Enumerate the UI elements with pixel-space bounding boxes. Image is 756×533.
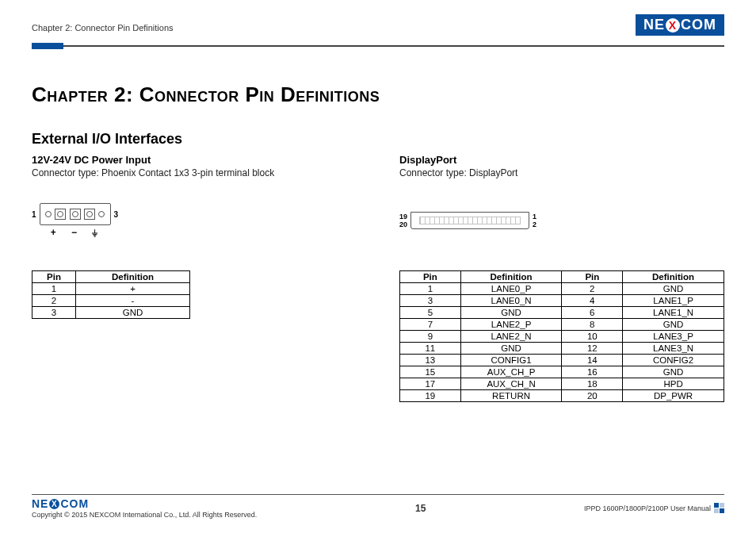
nexcom-logo: NE X COM xyxy=(636,14,724,36)
table-cell: GND xyxy=(460,307,562,319)
table-cell: 12 xyxy=(562,343,623,355)
power-pin-table: PinDefinition 1+2-3GND xyxy=(32,270,190,319)
table-cell: GND xyxy=(460,343,562,355)
table-cell: LANE2_P xyxy=(460,319,562,331)
header-rule xyxy=(32,45,724,49)
table-header: Definition xyxy=(623,271,724,283)
power-pin-1-label: 1 xyxy=(32,210,36,219)
table-cell: LANE3_P xyxy=(623,331,724,343)
table-row: 11GND12LANE3_N xyxy=(400,343,724,355)
table-header: Pin xyxy=(32,271,76,283)
table-cell: 3 xyxy=(32,307,76,319)
table-cell: GND xyxy=(76,307,190,319)
table-cell: RETURN xyxy=(460,390,562,402)
table-row: 1+ xyxy=(32,283,190,295)
table-cell: 8 xyxy=(562,319,623,331)
table-cell: 1 xyxy=(400,283,461,295)
table-cell: LANE0_N xyxy=(460,295,562,307)
table-row: 13CONFIG114CONFIG2 xyxy=(400,355,724,366)
chapter-title: Chapter 2: Connector Pin Definitions xyxy=(32,82,724,107)
table-cell: 3 xyxy=(400,295,461,307)
dp-pin-1-label: 1 xyxy=(533,213,536,220)
table-cell: 15 xyxy=(400,366,461,378)
table-cell: 2 xyxy=(32,295,76,307)
dp-pin-2-label: 2 xyxy=(533,220,536,228)
table-row: 17AUX_CH_N18HPD xyxy=(400,378,724,390)
dp-pin-table: PinDefinitionPinDefinition 1LANE0_P2GND3… xyxy=(399,270,724,402)
table-cell: - xyxy=(76,295,190,307)
dp-pin-20-label: 20 xyxy=(399,220,407,228)
table-header: Definition xyxy=(76,271,190,283)
power-connector-icon xyxy=(40,203,111,225)
table-cell: LANE1_P xyxy=(623,295,724,307)
table-header: Pin xyxy=(562,271,623,283)
table-cell: CONFIG1 xyxy=(460,355,562,366)
table-cell: 18 xyxy=(562,378,623,390)
table-cell: GND xyxy=(623,283,724,295)
power-input-section: 12V-24V DC Power Input Connector type: P… xyxy=(32,154,352,402)
table-row: 5GND6LANE1_N xyxy=(400,307,724,319)
table-cell: AUX_CH_N xyxy=(460,378,562,390)
table-cell: LANE0_P xyxy=(460,283,562,295)
dp-connector-icon xyxy=(410,212,529,229)
copyright-text: Copyright © 2015 NEXCOM International Co… xyxy=(32,511,257,519)
dp-title: DisplayPort xyxy=(399,154,724,166)
table-row: 2- xyxy=(32,295,190,307)
dp-connector-type: Connector type: DisplayPort xyxy=(399,167,724,178)
manual-name: IPPD 1600P/1800P/2100P User Manual xyxy=(584,504,711,512)
table-cell: GND xyxy=(623,366,724,378)
table-row: 9LANE2_N10LANE3_P xyxy=(400,331,724,343)
table-header: Definition xyxy=(460,271,562,283)
displayport-section: DisplayPort Connector type: DisplayPort … xyxy=(399,154,724,402)
table-cell: CONFIG2 xyxy=(623,355,724,366)
power-connector-diagram: 1 3 + − ⏚ xyxy=(32,193,352,248)
table-cell: LANE3_N xyxy=(623,343,724,355)
table-cell: LANE2_N xyxy=(460,331,562,343)
table-cell: 9 xyxy=(400,331,461,343)
table-cell: AUX_CH_P xyxy=(460,366,562,378)
table-cell: DP_PWR xyxy=(623,390,724,402)
power-polarity-symbols: + − ⏚ xyxy=(51,227,105,238)
page-number: 15 xyxy=(415,503,426,514)
table-cell: 17 xyxy=(400,378,461,390)
table-cell: 16 xyxy=(562,366,623,378)
table-cell: 13 xyxy=(400,355,461,366)
power-pin-3-label: 3 xyxy=(114,210,119,219)
table-cell: 6 xyxy=(562,307,623,319)
table-cell: 1 xyxy=(32,283,76,295)
section-title: External I/O Interfaces xyxy=(32,131,724,148)
table-row: 15AUX_CH_P16GND xyxy=(400,366,724,378)
page-footer: NE X COM Copyright © 2015 NEXCOM Interna… xyxy=(32,494,724,520)
table-cell: 19 xyxy=(400,390,461,402)
table-row: 3LANE0_N4LANE1_P xyxy=(400,295,724,307)
table-row: 1LANE0_P2GND xyxy=(400,283,724,295)
table-header: Pin xyxy=(400,271,461,283)
table-cell: 5 xyxy=(400,307,461,319)
table-cell: 11 xyxy=(400,343,461,355)
table-row: 3GND xyxy=(32,307,190,319)
page-header: Chapter 2: Connector Pin Definitions NE … xyxy=(32,14,724,42)
dp-pin-19-label: 19 xyxy=(399,213,407,220)
footer-logo: NE X COM xyxy=(32,497,89,510)
table-cell: 2 xyxy=(562,283,623,295)
breadcrumb: Chapter 2: Connector Pin Definitions xyxy=(32,23,174,36)
power-title: 12V-24V DC Power Input xyxy=(32,154,352,166)
table-cell: 4 xyxy=(562,295,623,307)
table-cell: LANE1_N xyxy=(623,307,724,319)
table-cell: 20 xyxy=(562,390,623,402)
table-row: 19RETURN20DP_PWR xyxy=(400,390,724,402)
table-cell: + xyxy=(76,283,190,295)
table-cell: HPD xyxy=(623,378,724,390)
power-connector-type: Connector type: Phoenix Contact 1x3 3-pi… xyxy=(32,167,352,178)
table-cell: 7 xyxy=(400,319,461,331)
table-cell: 10 xyxy=(562,331,623,343)
table-cell: 14 xyxy=(562,355,623,366)
footer-squares-icon xyxy=(714,503,724,513)
footer-logo-x-icon: X xyxy=(49,499,59,509)
dp-connector-diagram: 19 20 1 2 xyxy=(399,193,724,248)
logo-x-icon: X xyxy=(666,18,680,33)
table-row: 7LANE2_P8GND xyxy=(400,319,724,331)
table-cell: GND xyxy=(623,319,724,331)
